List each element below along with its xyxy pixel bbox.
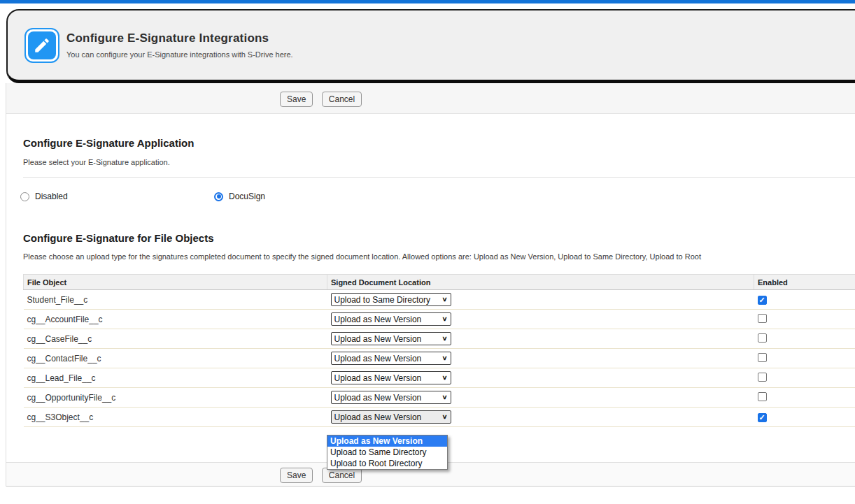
enabled-checkbox[interactable] bbox=[758, 353, 767, 362]
location-select[interactable]: Upload as New Version∨ bbox=[331, 391, 451, 404]
chevron-down-icon: ∨ bbox=[441, 315, 447, 322]
table-row: cg__S3Object__c Upload as New Version∨ bbox=[24, 408, 855, 427]
file-object-cell: cg__AccountFile__c bbox=[24, 310, 327, 329]
location-select[interactable]: Upload as New Version∨ bbox=[331, 332, 451, 345]
file-object-cell: Student_File__c bbox=[24, 290, 327, 310]
location-select[interactable]: Upload as New Version∨ bbox=[331, 371, 451, 384]
location-select[interactable]: Upload as New Version∨ bbox=[331, 352, 451, 365]
top-button-bar: Save Cancel bbox=[6, 83, 855, 114]
dropdown-option[interactable]: Upload to Root Directory bbox=[327, 458, 447, 469]
file-section-description: Please choose an upload type for the sig… bbox=[23, 252, 855, 261]
cancel-button-bottom[interactable]: Cancel bbox=[322, 468, 362, 483]
file-object-cell: cg__S3Object__c bbox=[24, 408, 327, 427]
main-content: Save Cancel Configure E-Signature Applic… bbox=[6, 83, 855, 487]
file-object-cell: cg__CaseFile__c bbox=[24, 329, 327, 349]
chevron-down-icon: ∨ bbox=[441, 413, 447, 420]
table-row: cg__OpportunityFile__c Upload as New Ver… bbox=[24, 388, 855, 408]
table-row: cg__CaseFile__c Upload as New Version∨ bbox=[24, 329, 855, 349]
page-header: Configure E-Signature Integrations You c… bbox=[0, 3, 855, 83]
table-row: cg__ContactFile__c Upload as New Version… bbox=[24, 349, 855, 368]
column-header-signed-document-location: Signed Document Location bbox=[327, 275, 754, 290]
radio-option-disabled[interactable]: Disabled bbox=[20, 192, 214, 201]
section-divider bbox=[23, 177, 855, 178]
chevron-down-icon: ∨ bbox=[441, 374, 447, 381]
file-objects-table: File Object Signed Document Location Ena… bbox=[23, 274, 855, 427]
page-title: Configure E-Signature Integrations bbox=[66, 31, 293, 45]
radio-disabled-label: Disabled bbox=[35, 192, 68, 201]
enabled-checkbox[interactable] bbox=[758, 314, 767, 323]
chevron-down-icon: ∨ bbox=[441, 296, 447, 303]
file-object-cell: cg__ContactFile__c bbox=[24, 349, 327, 368]
file-objects-section: Configure E-Signature for File Objects P… bbox=[6, 201, 855, 261]
enabled-checkbox[interactable] bbox=[758, 392, 767, 401]
chevron-down-icon: ∨ bbox=[441, 354, 447, 361]
chevron-down-icon: ∨ bbox=[441, 394, 447, 401]
location-select[interactable]: Upload to Same Directory∨ bbox=[331, 293, 451, 306]
app-section: Configure E-Signature Application Please… bbox=[6, 114, 855, 166]
chevron-down-icon: ∨ bbox=[441, 335, 447, 342]
file-section-heading: Configure E-Signature for File Objects bbox=[23, 201, 855, 244]
app-section-description: Please select your E-Signature applicati… bbox=[23, 158, 855, 166]
radio-docusign-label: DocuSign bbox=[229, 192, 265, 201]
enabled-checkbox[interactable] bbox=[758, 333, 767, 343]
app-section-heading: Configure E-Signature Application bbox=[23, 114, 855, 149]
file-object-cell: cg__Lead_File__c bbox=[24, 368, 327, 388]
dropdown-option[interactable]: Upload to Same Directory bbox=[327, 447, 447, 458]
radio-option-docusign[interactable]: DocuSign bbox=[214, 192, 265, 201]
column-header-file-object: File Object bbox=[24, 275, 327, 290]
radio-disabled[interactable] bbox=[20, 192, 29, 201]
enabled-checkbox[interactable] bbox=[758, 296, 767, 305]
radio-docusign[interactable] bbox=[214, 192, 223, 201]
cancel-button[interactable]: Cancel bbox=[322, 92, 362, 107]
page-subtitle: You can configure your E-Signature integ… bbox=[66, 50, 293, 59]
location-dropdown-list: Upload as New Version Upload to Same Dir… bbox=[327, 435, 448, 470]
save-button[interactable]: Save bbox=[280, 92, 313, 107]
enabled-checkbox[interactable] bbox=[758, 373, 767, 382]
esignature-app-options: Disabled DocuSign bbox=[6, 192, 855, 201]
file-object-cell: cg__OpportunityFile__c bbox=[24, 388, 327, 408]
enabled-checkbox[interactable] bbox=[758, 413, 767, 422]
table-row: Student_File__c Upload to Same Directory… bbox=[24, 290, 855, 310]
table-row: cg__AccountFile__c Upload as New Version… bbox=[24, 310, 855, 329]
table-row: cg__Lead_File__c Upload as New Version∨ bbox=[24, 368, 855, 388]
location-select[interactable]: Upload as New Version∨ bbox=[331, 410, 451, 424]
save-button-bottom[interactable]: Save bbox=[280, 468, 313, 483]
column-header-enabled: Enabled bbox=[754, 275, 855, 290]
header-card: Configure E-Signature Integrations You c… bbox=[6, 9, 855, 83]
table-header-row: File Object Signed Document Location Ena… bbox=[24, 275, 855, 290]
dropdown-option[interactable]: Upload as New Version bbox=[327, 435, 447, 447]
location-select[interactable]: Upload as New Version∨ bbox=[331, 312, 451, 326]
pencil-icon bbox=[24, 28, 59, 63]
